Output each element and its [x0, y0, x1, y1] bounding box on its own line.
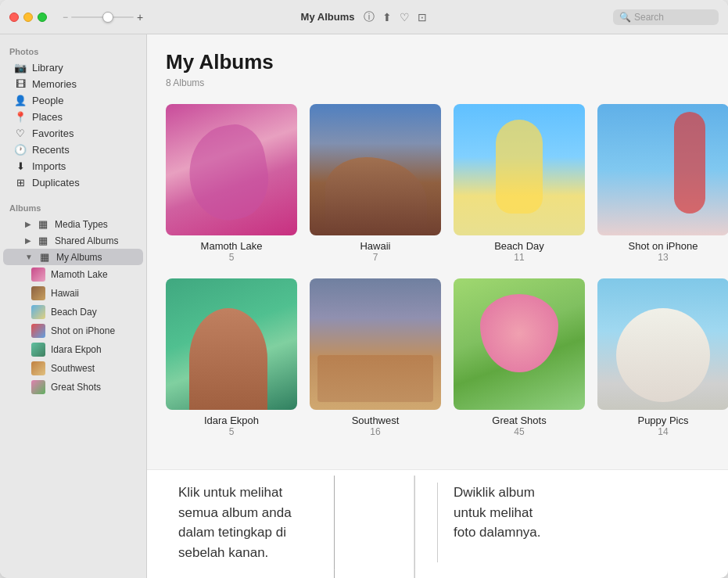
annotation-divider	[437, 483, 438, 562]
sidebar-item-label: Southwest	[51, 363, 95, 374]
heart-icon[interactable]: ♡	[400, 11, 410, 23]
content-area: My Albums 8 Albums Mamoth Lake 5 Hawaii …	[147, 34, 728, 469]
sidebar-group-my-albums[interactable]: ▼ ▦ My Albums	[3, 249, 143, 265]
album-name: Puppy Pics	[637, 415, 688, 426]
zoom-slider[interactable]	[71, 16, 134, 18]
album-thumb-hawaii	[310, 104, 441, 235]
sidebar-item-label: Mamoth Lake	[51, 269, 108, 280]
sidebar-album-great-shots[interactable]: Great Shots	[3, 378, 143, 397]
album-idara-ekpoh[interactable]: Idara Ekpoh 5	[166, 278, 297, 437]
app-window: − + My Albums ⓘ ⬆ ♡ ⊡ 🔍 Search Photos	[0, 0, 728, 578]
album-southwest[interactable]: Southwest 16	[310, 278, 441, 437]
album-name: Idara Ekpoh	[204, 415, 259, 426]
annotation-right-text: Dwiklik albumuntuk melihatfoto dalamnya.	[454, 483, 697, 562]
sidebar-item-label: Places	[32, 111, 63, 123]
album-mamoth-lake[interactable]: Mamoth Lake 5	[166, 104, 297, 263]
info-icon[interactable]: ⓘ	[364, 10, 375, 24]
sidebar-item-people[interactable]: 👤 People	[3, 92, 143, 109]
sidebar-item-label: Favorites	[32, 127, 74, 139]
annotation-right: Dwiklik albumuntuk melihatfoto dalamnya.	[454, 485, 541, 540]
sidebar-item-label: Idara Ekpoh	[51, 344, 102, 355]
album-name: Southwest	[352, 415, 400, 426]
chevron-right-icon: ▶	[25, 220, 31, 228]
page-title: My Albums	[166, 50, 709, 74]
album-thumb-southwest	[31, 361, 45, 375]
album-count: 16	[370, 426, 380, 437]
sidebar-item-label: Recents	[32, 144, 70, 156]
album-count: 14	[658, 426, 668, 437]
album-great-shots[interactable]: Great Shots 45	[454, 278, 585, 437]
sidebar-album-southwest[interactable]: Southwest	[3, 359, 143, 378]
sidebar-album-beach-day[interactable]: Beach Day	[3, 303, 143, 321]
album-hawaii[interactable]: Hawaii 7	[310, 104, 441, 263]
places-icon: 📍	[14, 111, 27, 123]
sidebar-item-duplicates[interactable]: ⊞ Duplicates	[3, 174, 143, 191]
sidebar-item-label: People	[32, 95, 63, 106]
sidebar-item-label: Shot on iPhone	[51, 325, 115, 336]
sidebar-item-places[interactable]: 📍 Places	[3, 109, 143, 125]
close-button[interactable]	[9, 13, 19, 22]
titlebar-center: My Albums ⓘ ⬆ ♡ ⊡	[301, 10, 428, 24]
sidebar-item-imports[interactable]: ⬇ Imports	[3, 158, 143, 174]
media-types-icon: ▦	[37, 218, 49, 230]
sidebar-album-mamoth-lake[interactable]: Mamoth Lake	[3, 265, 143, 284]
minimize-button[interactable]	[23, 13, 33, 22]
annotation-section: Klik untuk melihatsemua album andadalam …	[147, 469, 728, 578]
zoom-minus[interactable]: −	[63, 12, 68, 23]
albums-grid: Mamoth Lake 5 Hawaii 7 Beach Day 11	[166, 104, 709, 437]
crop-icon[interactable]: ⊡	[418, 11, 427, 23]
sidebar-item-memories[interactable]: 🎞 Memories	[3, 76, 143, 92]
album-name: Hawaii	[360, 240, 390, 252]
share-icon[interactable]: ⬆	[382, 11, 392, 23]
sidebar-item-label: My Albums	[56, 252, 102, 263]
album-count: 5	[229, 426, 235, 437]
sidebar-item-label: Beach Day	[51, 307, 97, 318]
sidebar-item-label: Hawaii	[51, 288, 79, 299]
search-input[interactable]: Search	[634, 12, 712, 23]
album-puppy-pics[interactable]: Puppy Pics 14	[597, 278, 728, 437]
sidebar-item-label: Great Shots	[51, 382, 101, 393]
sidebar-album-shot-on-iphone[interactable]: Shot on iPhone	[3, 321, 143, 340]
search-area[interactable]: 🔍 Search	[613, 9, 719, 25]
photos-section-label: Photos	[0, 41, 146, 59]
sidebar-item-label: Memories	[32, 78, 77, 90]
album-name: Great Shots	[492, 415, 546, 426]
album-name: Beach Day	[494, 240, 544, 252]
sidebar-item-library[interactable]: 📷 Library	[3, 59, 143, 76]
album-count: 13	[658, 252, 668, 263]
album-count: 5	[229, 252, 235, 263]
people-icon: 👤	[14, 95, 27, 106]
album-count: 7	[373, 252, 378, 263]
album-thumb-mamoth	[31, 267, 45, 282]
album-thumb-idara-ekpoh	[166, 278, 297, 410]
recents-icon: 🕐	[14, 144, 27, 156]
main-layout: Photos 📷 Library 🎞 Memories 👤 People 📍 P…	[0, 34, 728, 578]
sidebar-item-favorites[interactable]: ♡ Favorites	[3, 125, 143, 142]
sidebar-group-shared-albums[interactable]: ▶ ▦ Shared Albums	[3, 232, 143, 249]
titlebar-action-icons: ⓘ ⬆ ♡ ⊡	[364, 10, 427, 24]
album-thumb-great-shots	[454, 278, 585, 410]
album-shot-on-iphone[interactable]: Shot on iPhone 13	[597, 104, 728, 263]
album-thumb-mamoth-lake	[166, 104, 297, 235]
album-thumb-shot	[31, 324, 45, 338]
shared-albums-icon: ▦	[37, 235, 49, 246]
maximize-button[interactable]	[38, 13, 47, 22]
window-title: My Albums	[301, 11, 355, 23]
album-beach-day[interactable]: Beach Day 11	[454, 104, 585, 263]
album-thumb-great	[31, 380, 45, 394]
sidebar-album-idara-ekpoh[interactable]: Idara Ekpoh	[3, 340, 143, 359]
album-name: Mamoth Lake	[201, 240, 263, 252]
album-thumb-idara	[31, 343, 45, 357]
albums-count: 8 Albums	[166, 77, 709, 88]
album-count: 11	[514, 252, 524, 263]
sidebar-album-hawaii[interactable]: Hawaii	[3, 284, 143, 303]
chevron-down-icon: ▼	[25, 253, 33, 261]
album-thumb-puppy-pics	[597, 278, 728, 410]
zoom-plus[interactable]: +	[137, 11, 143, 23]
sidebar-item-label: Shared Albums	[55, 235, 118, 246]
album-thumb-hawaii	[31, 286, 45, 300]
sidebar-group-media-types[interactable]: ▶ ▦ Media Types	[3, 216, 143, 232]
album-thumb-beach-day	[454, 104, 585, 235]
search-icon: 🔍	[619, 12, 631, 23]
sidebar-item-recents[interactable]: 🕐 Recents	[3, 142, 143, 158]
